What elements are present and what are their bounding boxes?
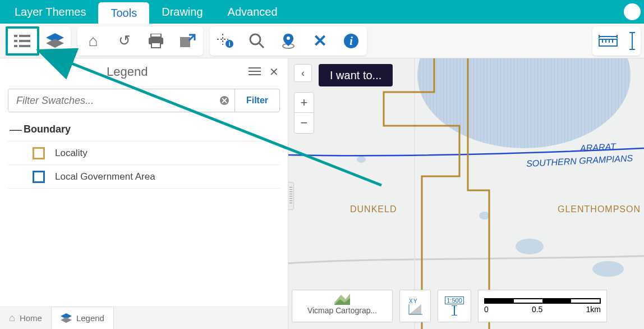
filter-input[interactable] bbox=[8, 89, 214, 112]
ruler-vertical-icon bbox=[628, 31, 636, 51]
svg-rect-8 bbox=[151, 34, 161, 37]
measure-vertical-button[interactable] bbox=[624, 26, 641, 56]
tab-drawing[interactable]: Drawing bbox=[149, 0, 215, 24]
legend-item-locality[interactable]: Locality bbox=[8, 141, 280, 165]
scale-tick-2: 1km bbox=[586, 305, 601, 314]
chevron-left-icon: ‹ bbox=[301, 67, 305, 79]
svg-rect-22 bbox=[599, 39, 617, 46]
refresh-button[interactable]: ↺ bbox=[109, 26, 140, 56]
export-button[interactable] bbox=[172, 26, 203, 56]
legend-item-lga[interactable]: Local Government Area bbox=[8, 165, 280, 189]
panel-tab-label: Legend bbox=[76, 313, 104, 323]
zoom-out-button[interactable]: − bbox=[295, 113, 314, 133]
info-button[interactable]: i bbox=[335, 26, 367, 56]
ruler-icon bbox=[598, 34, 618, 48]
panel-title: Legend bbox=[107, 65, 148, 79]
tab-tools[interactable]: Tools bbox=[98, 2, 149, 24]
xy-tool-button[interactable]: XY bbox=[399, 290, 431, 322]
home-icon: ⌂ bbox=[9, 312, 15, 324]
svg-point-45 bbox=[516, 239, 544, 254]
i-want-to-label: I want to... bbox=[330, 69, 381, 82]
svg-text:X: X bbox=[409, 298, 413, 304]
info-icon: i bbox=[343, 33, 360, 49]
svg-marker-53 bbox=[409, 304, 421, 314]
svg-point-19 bbox=[287, 36, 290, 40]
svg-point-46 bbox=[592, 261, 624, 277]
zoom-controls: + − bbox=[294, 92, 314, 134]
home-icon: ⌂ bbox=[89, 32, 98, 50]
map-canvas[interactable]: ‹ I want to... + − DUNKELD GLENTHOMPSON … bbox=[288, 58, 644, 329]
i-want-to-button[interactable]: I want to... bbox=[319, 64, 393, 86]
export-icon bbox=[179, 34, 196, 48]
basemap-label: Vicmap Cartograp... bbox=[307, 306, 377, 315]
scale-tick-1: 0.5 bbox=[532, 305, 542, 314]
print-icon bbox=[148, 34, 164, 48]
help-icon[interactable] bbox=[624, 3, 641, 20]
scale-input-button[interactable]: 1:500 bbox=[438, 290, 471, 322]
menu-lines-icon bbox=[249, 67, 261, 77]
map-back-button[interactable]: ‹ bbox=[294, 64, 312, 82]
map-background bbox=[288, 58, 644, 329]
pin-location-icon bbox=[280, 33, 297, 49]
layers-icon bbox=[61, 313, 72, 323]
list-icon bbox=[14, 34, 31, 48]
measure-group bbox=[589, 26, 644, 56]
place-label-dunkeld: DUNKELD bbox=[350, 204, 397, 214]
panel-menu-button[interactable] bbox=[245, 62, 264, 81]
home-button[interactable]: ⌂ bbox=[77, 26, 109, 56]
svg-line-17 bbox=[259, 43, 264, 48]
scale-bar: 0 0.5 1km bbox=[478, 290, 607, 322]
toolbar: ⌂ ↺ i ✕ i bbox=[0, 24, 644, 58]
svg-rect-10 bbox=[151, 43, 160, 48]
legend-panel: Legend ✕ Filter — Boundary Locality bbox=[0, 58, 288, 329]
panel-header: Legend ✕ bbox=[0, 58, 288, 85]
locate-button[interactable] bbox=[273, 26, 304, 56]
collapse-icon[interactable]: — bbox=[8, 122, 24, 137]
map-top-controls: ‹ I want to... bbox=[294, 64, 393, 86]
panel-tab-label: Home bbox=[20, 313, 42, 323]
close-icon: ✕ bbox=[269, 65, 279, 79]
scale-tick-0: 0 bbox=[484, 305, 489, 314]
x-icon: ✕ bbox=[313, 31, 327, 51]
swatch-locality bbox=[33, 147, 45, 159]
svg-rect-11 bbox=[180, 37, 190, 47]
search-button[interactable] bbox=[241, 26, 273, 56]
zoom-in-button[interactable]: + bbox=[295, 93, 314, 113]
clear-button[interactable]: ✕ bbox=[304, 26, 335, 56]
svg-rect-5 bbox=[19, 45, 30, 47]
panel-tab-home[interactable]: ⌂ Home bbox=[0, 307, 51, 329]
svg-text:i: i bbox=[228, 40, 230, 47]
panel-close-button[interactable]: ✕ bbox=[264, 62, 283, 81]
svg-rect-1 bbox=[19, 35, 30, 37]
tab-layer-themes[interactable]: Layer Themes bbox=[2, 0, 98, 24]
svg-text:i: i bbox=[349, 35, 353, 47]
legend-group-boundary[interactable]: — Boundary bbox=[8, 118, 280, 141]
svg-rect-3 bbox=[19, 40, 30, 42]
panel-tab-legend[interactable]: Legend bbox=[51, 307, 114, 329]
legend-toggle-button[interactable] bbox=[6, 26, 39, 56]
place-label-glenthompson: GLENTHOMPSON bbox=[558, 204, 641, 214]
tab-bar: Layer Themes Tools Drawing Advanced bbox=[0, 0, 644, 24]
legend-item-label: Local Government Area bbox=[55, 171, 155, 182]
panel-drag-handle[interactable] bbox=[288, 182, 294, 210]
print-button[interactable] bbox=[140, 26, 172, 56]
filter-row: Filter bbox=[8, 89, 280, 112]
tab-advanced[interactable]: Advanced bbox=[215, 0, 290, 24]
layers-icon bbox=[46, 33, 64, 49]
basemap-icon bbox=[334, 293, 350, 305]
svg-point-16 bbox=[250, 34, 260, 44]
map-bottom-controls: Vicmap Cartograp... XY 1:500 0 0.5 1km bbox=[292, 290, 638, 322]
scale-label: 1:500 bbox=[445, 296, 464, 304]
identify-button[interactable]: i bbox=[210, 26, 241, 56]
filter-button[interactable]: Filter bbox=[234, 89, 279, 112]
clear-filter-button[interactable] bbox=[214, 89, 234, 112]
measure-button[interactable] bbox=[592, 26, 624, 56]
scale-bar-graphic bbox=[484, 298, 601, 304]
svg-text:Y: Y bbox=[413, 298, 417, 304]
cursor-icon bbox=[450, 305, 458, 316]
panel-bottom-tabs: ⌂ Home Legend bbox=[0, 307, 288, 329]
refresh-icon: ↺ bbox=[118, 32, 131, 49]
basemap-picker[interactable]: Vicmap Cartograp... bbox=[292, 290, 393, 322]
layers-button[interactable] bbox=[39, 26, 71, 56]
legend-group-label: Boundary bbox=[24, 124, 71, 135]
